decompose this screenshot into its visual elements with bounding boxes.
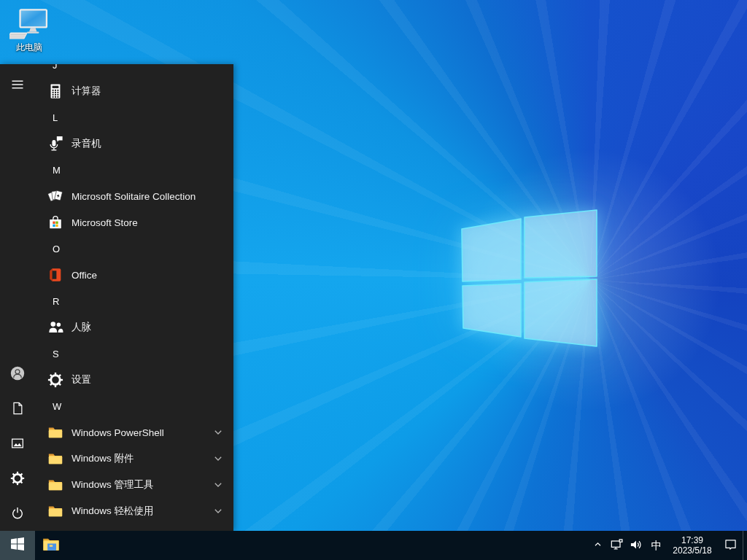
group-windows-admin-tools[interactable]: Windows 管理工具	[35, 472, 233, 498]
office-icon	[47, 266, 64, 284]
app-calculator[interactable]: 计算器	[35, 78, 233, 104]
section-letter-label: M	[53, 165, 61, 176]
section-letter-m[interactable]: M	[35, 157, 233, 183]
rail-button-pictures[interactable]	[0, 426, 35, 461]
file-explorer-button[interactable]	[35, 531, 67, 560]
app-settings[interactable]: 设置	[35, 367, 233, 393]
app-solitaire-collection[interactable]: ♠Microsoft Solitaire Collection	[35, 183, 233, 209]
chevron-down-icon	[214, 483, 222, 487]
rail-button-expand-start-menu[interactable]	[0, 67, 35, 102]
system-tray: 中 17:39 2023/5/18	[589, 531, 747, 560]
hamburger-icon	[10, 77, 25, 92]
start-menu-app-list: J计算器L录音机M♠Microsoft Solitaire Collection…	[35, 64, 233, 531]
app-item-label: Windows PowerShell	[71, 427, 164, 438]
app-item-label: 录音机	[71, 137, 101, 150]
tray-expand-button[interactable]	[589, 531, 606, 560]
section-letter-l[interactable]: L	[35, 104, 233, 131]
power-icon	[10, 506, 25, 521]
chevron-down-icon	[214, 456, 222, 461]
solitaire-icon: ♠	[47, 187, 64, 205]
folder-icon	[47, 502, 64, 520]
app-voice-recorder[interactable]: 录音机	[35, 131, 233, 157]
section-letter-label: J	[53, 64, 58, 71]
group-windows-accessories[interactable]: Windows 附件	[35, 446, 233, 472]
section-letter-label: R	[53, 296, 59, 307]
people-icon	[47, 319, 64, 336]
volume-button[interactable]	[626, 531, 646, 560]
section-letter-s[interactable]: S	[35, 341, 233, 367]
app-item-label: Windows 附件	[71, 452, 134, 465]
app-item-label: 设置	[71, 373, 91, 386]
section-letter-label: O	[53, 244, 60, 254]
start-menu: J计算器L录音机M♠Microsoft Solitaire Collection…	[0, 64, 233, 531]
app-item-label: Office	[71, 270, 97, 281]
folder-icon	[47, 424, 64, 441]
folder-icon	[47, 450, 64, 467]
clock-time: 17:39	[681, 535, 703, 545]
rail-button-settings[interactable]	[0, 461, 35, 496]
desktop-icon-this-pc[interactable]: 此电脑	[7, 9, 52, 54]
voice-recorder-icon	[47, 135, 64, 152]
section-letter-j[interactable]: J	[35, 64, 233, 78]
app-microsoft-store[interactable]: Microsoft Store	[35, 209, 233, 236]
section-letter-w[interactable]: W	[35, 393, 233, 419]
section-letter-label: L	[53, 112, 58, 123]
taskbar: 中 17:39 2023/5/18	[0, 531, 747, 560]
windows-flag-icon	[11, 537, 24, 553]
group-windows-ease-of-access[interactable]: Windows 轻松使用	[35, 498, 233, 524]
action-center-icon	[723, 537, 738, 554]
app-item-label: Microsoft Store	[71, 217, 138, 228]
section-letter-o[interactable]: O	[35, 236, 233, 262]
action-center-button[interactable]	[718, 531, 743, 560]
network-button[interactable]	[606, 531, 626, 560]
store-icon	[47, 214, 64, 231]
app-item-label: Windows 管理工具	[71, 478, 154, 491]
chevron-down-icon	[214, 430, 222, 435]
group-windows-powershell[interactable]: Windows PowerShell	[35, 419, 233, 446]
calculator-icon	[47, 82, 64, 100]
start-button[interactable]	[0, 531, 35, 560]
windows-logo	[458, 205, 600, 348]
start-menu-rail	[0, 64, 35, 531]
folder-icon	[47, 476, 64, 494]
show-desktop-button[interactable]	[743, 531, 747, 560]
user-icon	[9, 365, 26, 381]
app-item-label: Windows 轻松使用	[71, 505, 154, 518]
desktop-icon-label: 此电脑	[7, 42, 52, 54]
group-partially-visible[interactable]	[35, 524, 233, 531]
gear-icon	[47, 371, 64, 389]
taskbar-clock[interactable]: 17:39 2023/5/18	[667, 531, 718, 560]
network-icon	[609, 537, 624, 554]
volume-icon	[629, 537, 643, 554]
app-item-label: Microsoft Solitaire Collection	[71, 191, 196, 202]
chevron-up-icon	[592, 538, 604, 553]
clock-date: 2023/5/18	[673, 545, 711, 556]
pictures-icon	[10, 436, 25, 451]
this-pc-icon	[9, 9, 49, 41]
rail-button-documents[interactable]	[0, 391, 35, 426]
section-letter-r[interactable]: R	[35, 288, 233, 314]
rail-button-power[interactable]	[0, 496, 35, 531]
rail-button-user-account[interactable]	[0, 356, 35, 391]
app-office[interactable]: Office	[35, 262, 233, 288]
app-item-label: 人脉	[71, 321, 91, 334]
app-item-label: 计算器	[71, 85, 101, 98]
chevron-down-icon	[214, 509, 222, 513]
section-letter-label: S	[53, 349, 59, 359]
gear-icon	[10, 471, 25, 486]
app-people[interactable]: 人脉	[35, 314, 233, 341]
ime-indicator[interactable]: 中	[646, 531, 667, 560]
file-explorer-icon	[42, 534, 61, 556]
documents-icon	[10, 401, 25, 416]
section-letter-label: W	[53, 401, 61, 412]
